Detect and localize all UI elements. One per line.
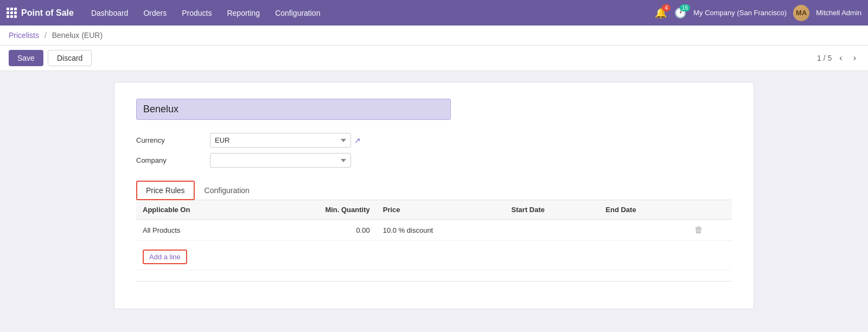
delete-row-icon[interactable]: 🗑 [694,225,703,234]
cell-delete: 🗑 [688,220,732,241]
price-rules-table: Applicable On Min. Quantity Price Start … [136,200,732,270]
nav-menu: Dashboard Orders Products Reporting Conf… [85,5,654,21]
tabs: Price Rules Configuration [136,181,732,200]
name-field [136,99,732,120]
col-end-date: End Date [599,200,687,220]
user-name: Mitchell Admin [816,9,861,17]
currency-row: Currency EUR USD GBP ↗ [136,133,732,148]
form-fields: Currency EUR USD GBP ↗ Company My Compan… [136,133,732,168]
clock-badge: 16 [680,4,690,11]
grid-icon [7,8,17,18]
add-line-cell: Add a line [136,241,732,270]
cell-start-date [505,220,599,241]
company-row: Company My Company (San Francisco) [136,153,732,168]
form-card: Currency EUR USD GBP ↗ Company My Compan… [114,82,754,309]
col-min-quantity: Min. Quantity [259,200,376,220]
currency-select-wrap: EUR USD GBP ↗ [210,133,361,148]
avatar[interactable]: MA [793,5,809,21]
action-bar: Save Discard 1 / 5 ‹ › [0,46,868,71]
breadcrumb-parent[interactable]: Pricelists [9,31,39,40]
col-start-date: Start Date [505,200,599,220]
bell-badge: 4 [662,4,671,11]
cell-applicable-on: All Products [136,220,259,241]
nav-reporting[interactable]: Reporting [220,5,266,21]
col-actions [688,200,732,220]
notification-clock[interactable]: 🕐 16 [674,7,687,20]
form-actions: Save Discard [9,50,92,66]
pricelist-name-input[interactable] [136,99,451,120]
table-header-row: Applicable On Min. Quantity Price Start … [136,200,732,220]
table-row: All Products 0.00 10.0 % discount 🗑 [136,220,732,241]
pagination-prev[interactable]: ‹ [836,52,845,64]
tab-configuration[interactable]: Configuration [195,181,259,200]
cell-min-quantity: 0.00 [259,220,376,241]
save-button[interactable]: Save [9,50,43,66]
add-line-button[interactable]: Add a line [143,250,187,264]
pagination-next[interactable]: › [850,52,859,64]
currency-label: Currency [136,136,201,144]
top-navigation: Point of Sale Dashboard Orders Products … [0,0,868,25]
tab-price-rules[interactable]: Price Rules [136,181,195,200]
company-select[interactable]: My Company (San Francisco) [210,153,351,168]
form-divider [136,281,732,282]
company-name: My Company (San Francisco) [693,9,787,17]
breadcrumb-separator: / [44,31,47,40]
nav-products[interactable]: Products [175,5,218,21]
add-line-row: Add a line [136,241,732,270]
pagination: 1 / 5 ‹ › [817,52,859,64]
company-select-wrap: My Company (San Francisco) [210,153,351,168]
col-price: Price [376,200,505,220]
col-applicable-on: Applicable On [136,200,259,220]
pagination-info: 1 / 5 [817,54,832,62]
app-brand[interactable]: Point of Sale [7,8,74,18]
discard-button[interactable]: Discard [48,50,92,66]
company-label: Company [136,156,201,164]
cell-end-date [599,220,687,241]
nav-orders[interactable]: Orders [137,5,173,21]
brand-name: Point of Sale [21,8,74,18]
cell-price: 10.0 % discount [376,220,505,241]
top-right-actions: 🔔 4 🕐 16 My Company (San Francisco) MA M… [654,5,861,21]
currency-select[interactable]: EUR USD GBP [210,133,351,148]
main-content: Currency EUR USD GBP ↗ Company My Compan… [0,71,868,332]
nav-dashboard[interactable]: Dashboard [85,5,135,21]
breadcrumb: Pricelists / Benelux (EUR) [0,25,868,46]
currency-external-link-icon[interactable]: ↗ [354,136,361,145]
nav-configuration[interactable]: Configuration [269,5,327,21]
breadcrumb-current: Benelux (EUR) [52,31,103,40]
notification-bell[interactable]: 🔔 4 [654,7,667,20]
